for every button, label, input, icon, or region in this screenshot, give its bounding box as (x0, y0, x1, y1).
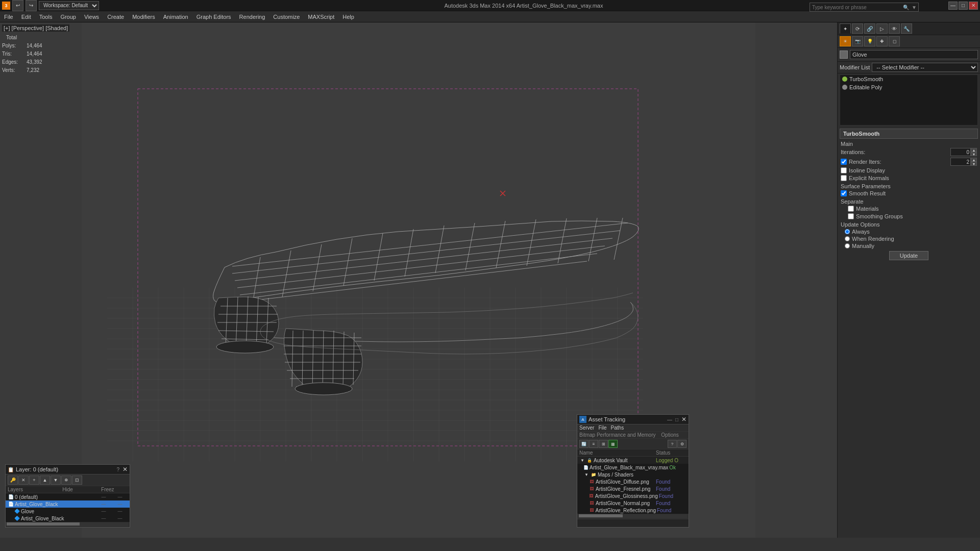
update-button[interactable]: Update (889, 251, 928, 260)
render-iters-checkbox[interactable] (841, 159, 847, 165)
render-iters-down-btn[interactable]: ▼ (971, 162, 977, 166)
layer-panel-help-btn[interactable]: ? (116, 467, 119, 472)
asset-menu-paths[interactable]: Paths (611, 425, 624, 431)
object-name-input[interactable] (850, 50, 978, 59)
asset-panel-close-btn[interactable]: ✕ (681, 416, 687, 423)
minimize-btn[interactable]: — (948, 2, 958, 10)
smoothing-groups-checkbox[interactable] (848, 213, 854, 219)
redo-btn[interactable]: ↪ (26, 0, 37, 11)
rp-icon-sun[interactable]: ☀ (840, 36, 851, 46)
asset-item-maxfile[interactable]: 📄 Artist_Glove_Black_max_vray.max Ok (577, 464, 689, 471)
asset-panel-maximize-btn[interactable]: □ (675, 417, 678, 422)
asset-panel-minimize-btn[interactable]: — (667, 417, 672, 422)
layer-tool-down[interactable]: ▼ (51, 475, 61, 485)
menu-edit[interactable]: Edit (17, 13, 35, 21)
asset-options-label[interactable]: Options (661, 432, 678, 438)
undo-btn[interactable]: ↩ (12, 0, 23, 11)
asset-tool-settings[interactable]: ⚙ (677, 440, 687, 448)
layer-tool-select[interactable]: ⊡ (72, 475, 82, 485)
iterations-up-btn[interactable]: ▲ (971, 148, 977, 152)
layer-item-glove-black[interactable]: 📄 Artist_Glove_Black — — (6, 500, 130, 508)
layer-item-artist-glove[interactable]: 🔷 Artist_Glove_Black — — (6, 515, 130, 522)
menu-file[interactable]: File (0, 13, 17, 21)
menu-customize[interactable]: Customize (269, 13, 304, 21)
explicit-normals-checkbox[interactable] (841, 175, 847, 181)
iterations-input[interactable] (950, 148, 971, 156)
layer-tool-up[interactable]: ▲ (40, 475, 50, 485)
menu-create[interactable]: Create (103, 13, 128, 21)
materials-checkbox[interactable] (848, 206, 854, 212)
menu-rendering[interactable]: Rendering (235, 13, 270, 21)
asset-tool-help[interactable]: ? (668, 440, 677, 448)
asset-maxfile-status: Ok (669, 465, 687, 470)
manually-radio[interactable] (845, 243, 850, 248)
layer-item-glove[interactable]: 🔷 Glove — — (6, 508, 130, 515)
rp-tab-modify[interactable]: ⟳ (852, 23, 863, 34)
always-radio[interactable] (845, 229, 850, 234)
iterations-down-btn[interactable]: ▼ (971, 152, 977, 156)
menu-graph-editors[interactable]: Graph Editors (192, 13, 235, 21)
rp-tab-hierarchy[interactable]: 🔗 (864, 23, 875, 34)
asset-item-reflection[interactable]: 🖼 ArtistGlove_Reflection.png Found (577, 507, 689, 514)
maximize-btn[interactable]: □ (959, 2, 968, 10)
layer-panel-close-btn[interactable]: ✕ (122, 466, 128, 473)
rp-icon-helpers[interactable]: ✚ (876, 36, 888, 46)
layer-tool-delete[interactable]: ✕ (18, 475, 29, 485)
asset-tool-refresh[interactable]: 🔄 (579, 440, 589, 448)
asset-tool-detail[interactable]: ▦ (608, 440, 618, 448)
menu-tools[interactable]: Tools (35, 13, 57, 21)
layer-tool-add[interactable]: + (29, 475, 39, 485)
rp-icon-camera[interactable]: 📷 (852, 36, 863, 46)
viewport-canvas[interactable]: X Y (0, 22, 837, 538)
when-rendering-radio[interactable] (845, 236, 850, 241)
rp-tab-utilities[interactable]: 🔧 (901, 23, 912, 34)
rp-tab-motion[interactable]: ▷ (876, 23, 888, 34)
modifier-editablepoly-bulb[interactable] (842, 85, 847, 90)
workspace-selector[interactable]: Workspace: Default (39, 1, 99, 10)
menu-help[interactable]: Help (338, 13, 358, 21)
asset-menu-server[interactable]: Server (579, 425, 594, 431)
modifier-turbosmooth-bulb[interactable] (842, 77, 847, 82)
layer-scrollbar[interactable] (7, 522, 129, 527)
always-row: Always (840, 229, 978, 235)
viewport[interactable]: [+] [Perspective] [Shaded] Total Polys: … (0, 22, 837, 538)
asset-item-glossiness[interactable]: 🖼 ArtistGlove_Glossiness.png Found (577, 492, 689, 499)
render-iters-up-btn[interactable]: ▲ (971, 158, 977, 162)
asset-tool-grid[interactable]: ⊞ (599, 440, 608, 448)
layer-tool-icon1[interactable]: 🔑 (8, 475, 18, 485)
asset-tool-list[interactable]: ≡ (589, 440, 598, 448)
menu-maxscript[interactable]: MAXScript (304, 13, 338, 21)
modifier-turbosmooth[interactable]: TurboSmooth (840, 75, 977, 83)
asset-item-normal[interactable]: 🖼 ArtistGlove_Normal.png Found (577, 499, 689, 507)
render-iters-input[interactable] (950, 158, 971, 166)
asset-menu-file[interactable]: File (598, 425, 606, 431)
rp-icon-light[interactable]: 💡 (864, 36, 875, 46)
menu-group[interactable]: Group (56, 13, 80, 21)
search-icon[interactable]: 🔍 (902, 3, 910, 11)
asset-bitmap-label[interactable]: Bitmap Performance and Memory (579, 432, 656, 438)
asset-normal-name: ArtistGlove_Normal.png (596, 500, 655, 506)
rp-tab-display[interactable]: 👁 (889, 23, 900, 34)
modifier-editablepoly[interactable]: Editable Poly (840, 83, 977, 91)
asset-item-fresnel[interactable]: 🖼 ArtistGlove_Fresnel.png Found (577, 485, 689, 492)
isoline-checkbox[interactable] (841, 167, 847, 173)
asset-item-vault[interactable]: ▼ 🔒 Autodesk Vault Logged O (577, 457, 689, 464)
search-input[interactable] (810, 5, 902, 10)
layer-item-default[interactable]: 📄 0 (default) — — (6, 493, 130, 500)
close-btn[interactable]: ✕ (969, 2, 978, 10)
search-options-icon[interactable]: ▼ (910, 3, 918, 11)
layer-tool-freeze[interactable]: ❄ (61, 475, 71, 485)
rp-tab-create[interactable]: ✦ (840, 23, 851, 34)
asset-scrollbar[interactable] (578, 514, 688, 518)
menu-animation[interactable]: Animation (159, 13, 192, 21)
modifier-list-dropdown[interactable]: -- Select Modifier -- (872, 63, 978, 72)
asset-reflection-status: Found (657, 508, 687, 513)
viewport-label[interactable]: [+] [Perspective] [Shaded] (2, 24, 69, 32)
smooth-result-checkbox[interactable] (841, 190, 847, 196)
asset-item-maps[interactable]: ▼ 📁 Maps / Shaders (577, 471, 689, 478)
menu-views[interactable]: Views (80, 13, 103, 21)
asset-item-diffuse[interactable]: 🖼 ArtistGlove_Diffuse.png Found (577, 478, 689, 485)
object-color-swatch[interactable] (840, 51, 848, 59)
rp-icon-shapes[interactable]: ◻ (889, 36, 900, 46)
menu-modifiers[interactable]: Modifiers (128, 13, 159, 21)
